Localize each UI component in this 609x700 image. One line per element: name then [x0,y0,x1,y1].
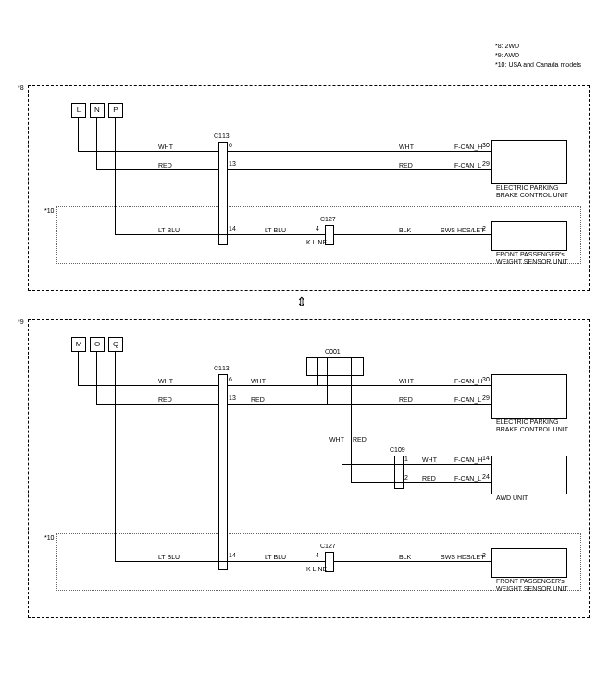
connector-c113 [218,142,228,245]
sig-kline: K LINE [306,566,327,572]
wire [317,357,318,385]
wire [78,385,491,386]
pin-c113-6: 6 [229,142,232,148]
wire [78,117,79,151]
component-awd [491,456,567,494]
sig-fcanh: F-CAN_H [454,378,482,384]
c109-label: C109 [390,446,405,453]
pin-c113-6: 6 [229,376,232,382]
schematic-box-9: *9 *10 M O Q WHT WHT WHT F-CAN_H 30 RED … [28,319,590,618]
color-red: RED [399,396,413,403]
pin-fpws-2: 2 [482,225,486,231]
dot10-label: *10 [44,207,55,214]
wire [78,351,79,385]
component-epb-label: ELECTRIC PARKING BRAKE CONTROL UNIT [496,419,579,433]
color-red: RED [158,162,172,169]
wire [342,357,342,464]
color-wht: WHT [158,144,173,150]
color-red: RED [399,162,413,169]
box8-label: *8 [18,84,24,91]
component-epb-label: ELECTRIC PARKING BRAKE CONTROL UNIT [496,184,579,199]
pin-awd-24: 24 [482,473,490,480]
schematic-box-8: *8 *10 L N P WHT WHT F-CAN_H 30 RED RED … [28,85,590,291]
color-wht: WHT [399,144,414,150]
component-fpws-label: FRONT PASSENGER's WEIGHT SENSOR UNIT [496,251,579,266]
pin-c127-4: 4 [316,225,319,231]
pin-c113-14: 14 [229,225,236,231]
color-wht: WHT [251,378,266,384]
terminal-L: L [71,103,86,118]
terminal-M: M [71,337,86,352]
wire [96,117,97,169]
color-ltblu: LT BLU [158,554,180,560]
sig-kline: K LINE [306,239,327,245]
connector-c001 [306,357,364,376]
wire [96,169,491,170]
legend-line: *8: 2WD [495,42,581,51]
pin-epb-30: 30 [482,376,490,382]
legend: *8: 2WD *9: AWD *10: USA and Canada mode… [495,42,581,69]
sig-sws: SWS HDS/LET [441,227,484,233]
wire [342,464,491,465]
pin-c109-2: 2 [404,474,408,481]
terminal-Q: Q [108,337,123,352]
sig-fcanh: F-CAN_H [454,144,482,150]
c113-label: C113 [214,365,230,371]
sig-fcanl: F-CAN_L [454,475,481,481]
component-fpws [491,221,567,251]
c001-label: C001 [325,348,341,355]
pin-c113-14: 14 [229,552,236,558]
color-ltblu: LT BLU [265,227,286,233]
color-ltblu: LT BLU [265,554,286,560]
legend-line: *9: AWD [495,51,581,60]
terminal-P: P [108,103,123,118]
wire [96,351,97,404]
wire [115,561,491,562]
pin-c113-13: 13 [229,160,236,167]
updown-arrow-icon: ⇕ [296,294,307,309]
color-red: RED [158,396,172,403]
pin-epb-29: 29 [482,160,490,167]
connector-c113 [218,374,228,570]
dot10-label: *10 [44,534,55,541]
wire [351,482,491,483]
sig-sws: SWS HDS/LET [441,554,484,560]
wire [327,357,328,404]
component-fpws-label: FRONT PASSENGER's WEIGHT SENSOR UNIT [496,578,579,593]
color-wht: WHT [422,456,437,463]
pin-fpws-2: 2 [482,552,486,558]
pin-epb-29: 29 [482,394,490,401]
pin-c109-1: 1 [404,456,408,462]
c113-label: C113 [214,132,230,139]
component-epb [491,140,567,184]
wiring-diagram-page: *8: 2WD *9: AWD *10: USA and Canada mode… [0,0,609,700]
component-fpws [491,548,567,578]
color-blk: BLK [399,227,411,233]
color-ltblu: LT BLU [158,227,180,233]
color-wht: WHT [329,436,344,443]
sig-fcanl: F-CAN_L [454,396,481,403]
connector-c109 [394,456,404,489]
c127-label: C127 [320,216,336,222]
pin-c127-4: 4 [316,552,319,558]
wire [115,351,116,561]
pin-epb-30: 30 [482,142,490,148]
legend-line: *10: USA and Canada models [495,60,581,69]
wire [115,234,491,235]
color-red: RED [251,396,265,403]
wire [78,151,491,152]
terminal-O: O [90,337,105,352]
box9-label: *9 [18,319,24,325]
color-red: RED [422,475,436,481]
color-wht: WHT [399,378,414,384]
sig-fcanh: F-CAN_H [454,456,482,463]
pin-c113-13: 13 [229,394,236,401]
c127-label: C127 [320,543,336,549]
component-epb [491,374,567,419]
component-awd-label: AWD UNIT [496,494,579,502]
wire [115,117,116,234]
color-blk: BLK [399,554,411,560]
color-red: RED [353,436,367,443]
pin-awd-14: 14 [482,455,490,461]
color-wht: WHT [158,378,173,384]
